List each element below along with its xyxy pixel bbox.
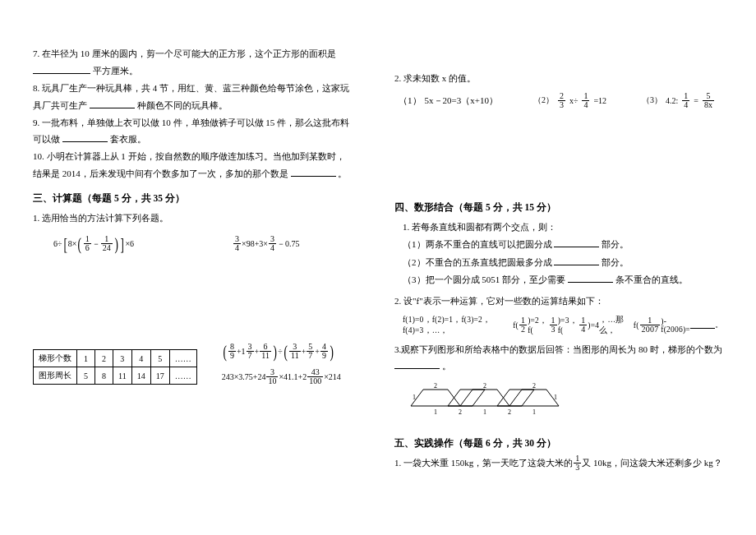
q9-unit: 套衣服。 [110, 134, 146, 144]
svg-text:2: 2 [508, 408, 511, 416]
q2-1-label: （1） [399, 95, 422, 107]
svg-text:1: 1 [434, 408, 437, 416]
svg-text:2: 2 [483, 382, 486, 390]
q3-bottom-row: 梯形个数 1 2 3 4 5 …… 图形周长 5 8 11 14 17 …… [33, 343, 353, 385]
right-column: 2. 求未知数 x 的值。 （1） 5x－20=3（x+10） （2） 23x÷… [378, 0, 756, 535]
q9-blank[interactable] [62, 135, 108, 143]
q10-blank[interactable] [291, 168, 336, 177]
q2-1: （1） 5x－20=3（x+10） [399, 92, 498, 109]
q8-blank[interactable] [90, 100, 135, 108]
q4-1-1: （1）两条不重合的直线可以把圆分成 部分。 [403, 236, 723, 253]
q3-1-stem: 1. 选用恰当的方法计算下列各题。 [33, 210, 353, 227]
expr-col: (89+137+611)÷(311+57+49) 243×3.75+24310×… [222, 343, 341, 385]
q4-1-2: （2）不重合的五条直线把圆最多分成 部分。 [403, 254, 723, 271]
svg-text:1: 1 [483, 408, 486, 416]
section-5-heading: 五、实践操作（每题 6 分，共 30 分） [394, 437, 723, 450]
q8: 8. 玩具厂生产一种玩具棒，共 4 节，用红、黄、蓝三种颜色给每节涂色，这家玩具… [33, 80, 353, 114]
exam-page: 7. 在半径为 10 厘米的圆内，剪一个尽可能大的正方形，这个正方形的面积是 平… [0, 0, 756, 535]
q7: 7. 在半径为 10 厘米的圆内，剪一个尽可能大的正方形，这个正方形的面积是 平… [33, 45, 353, 80]
q7-text: 7. 在半径为 10 厘米的圆内，剪一个尽可能大的正方形，这个正方形的面积是 [33, 48, 336, 58]
left-column: 7. 在半径为 10 厘米的圆内，剪一个尽可能大的正方形，这个正方形的面积是 平… [0, 0, 378, 535]
section-4-heading: 四、数形结合（每题 5 分，共 15 分） [394, 201, 723, 214]
svg-text:1: 1 [554, 394, 557, 401]
table-row: 梯形个数 1 2 3 4 5 …… [34, 350, 197, 367]
expr-2: 34×98+3×34－0.75 [233, 235, 299, 252]
q10: 10. 小明在计算器上从 1 开始，按自然数的顺序做连加练习。当他加到某数时，结… [33, 148, 353, 182]
q4-3: 3.观察下列图形和所给表格中的数据后回答：当图形的周长为 80 时，梯形的个数为… [394, 341, 723, 376]
q4-1: 1. 若每条直线和圆都有两个交点，则： [403, 219, 723, 236]
section-3-heading: 三、计算题（每题 5 分，共 35 分） [33, 192, 353, 205]
spacer-2 [394, 109, 723, 191]
q7-unit: 平方厘米。 [93, 66, 138, 76]
q2-2-label: （2） [533, 95, 554, 106]
q4-2-blank[interactable] [690, 321, 715, 329]
q4-body: 1. 若每条直线和圆都有两个交点，则： （1）两条不重合的直线可以把圆分成 部分… [394, 219, 723, 289]
svg-marker-4 [509, 390, 559, 406]
q4-1-1-blank[interactable] [554, 239, 599, 247]
q2-equations: （1） 5x－20=3（x+10） （2） 23x÷14=12 （3） 4.2:… [394, 92, 723, 109]
q2-3-label: （3） [642, 95, 662, 106]
q8-end: 种颜色不同的玩具棒。 [137, 100, 228, 110]
spacer-top [394, 45, 723, 70]
expr-3: (89+137+611)÷(311+57+49) [222, 343, 341, 360]
svg-text:1: 1 [532, 408, 536, 416]
q2-3: （3） 4.2:14=58x [642, 92, 715, 109]
q10-end: 。 [338, 168, 347, 178]
table-header-2: 图形周长 [34, 367, 77, 385]
q5-1: 1. 一袋大米重 150kg，第一天吃了这袋大米的 13 又 10kg，问这袋大… [394, 454, 723, 472]
svg-text:1: 1 [413, 394, 416, 401]
trapezoid-table: 梯形个数 1 2 3 4 5 …… 图形周长 5 8 11 14 17 …… [33, 349, 197, 385]
q4-3-blank[interactable] [394, 362, 440, 370]
svg-text:2: 2 [459, 408, 462, 416]
q4-1-2-blank[interactable] [554, 257, 599, 265]
q2-1-eq: 5x－20=3（x+10） [425, 95, 498, 107]
table-row: 图形周长 5 8 11 14 17 …… [34, 367, 197, 385]
q7-blank[interactable] [33, 66, 90, 74]
q4-2-series: f(1)=0，f(2)=1，f(3)=2，f(4)=3，…， f(12)=2，f… [394, 315, 723, 336]
spacer-1 [33, 261, 353, 343]
q4-2: 2. 设"f"表示一种运算，它对一些数的运算结果如下： [394, 293, 723, 310]
q2-2: （2） 23x÷14=12 [533, 92, 606, 109]
svg-marker-0 [411, 390, 460, 406]
svg-marker-2 [460, 390, 509, 406]
expr-4: 243×3.75+24310×41.1+243100×214 [222, 368, 341, 385]
q9: 9. 一批布料，单独做上衣可以做 10 件，单独做裤子可以做 15 件，那么这批… [33, 114, 353, 149]
q3-1-row1: 6÷[8×(16－124)]×6 34×98+3×34－0.75 [53, 235, 353, 252]
table-header-1: 梯形个数 [34, 350, 77, 367]
q4-1-3-blank[interactable] [568, 274, 613, 283]
expr-1: 6÷[8×(16－124)]×6 [53, 235, 134, 252]
q2-title: 2. 求未知数 x 的值。 [394, 70, 723, 87]
q4-1-3: （3）把一个圆分成 5051 部分，至少需要 条不重合的直线。 [403, 271, 723, 288]
svg-text:2: 2 [532, 382, 536, 390]
trapezoid-figure: 222 11 12121 [403, 381, 575, 421]
svg-text:2: 2 [434, 382, 437, 390]
